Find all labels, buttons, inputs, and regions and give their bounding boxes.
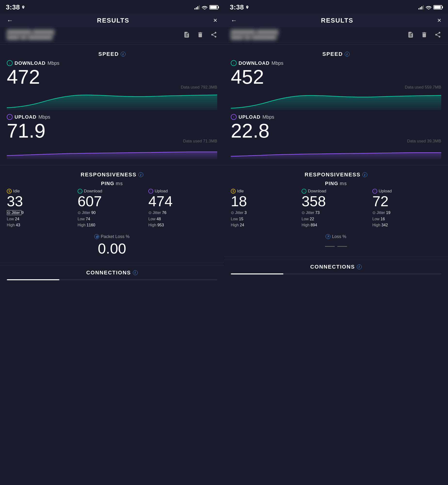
ul-ping-label-right: Upload <box>379 189 392 194</box>
back-button-left[interactable]: ← <box>7 17 13 24</box>
upload-chart-left <box>7 145 217 159</box>
loss-section-right: ? Loss % — — <box>224 232 448 255</box>
dl-ping-label-right: Download <box>308 189 326 194</box>
toolbar-left: ████████ ███████ ████ ██ ████████ <box>0 27 224 42</box>
connections-info-icon-right[interactable]: i <box>357 264 362 269</box>
toolbar-meta-left: ████████ ███████ ████ ██ ████████ <box>7 30 176 40</box>
packet-info-icon-left[interactable]: ⊙ <box>94 234 99 239</box>
upload-label-row-left: ↑ UPLOAD Mbps <box>7 114 217 120</box>
status-time-left: 3:38 <box>6 3 20 11</box>
ping-download-left: ↓ Download 607 ⊙ Jitter 90 Low 74 High 1… <box>78 189 146 228</box>
idle-label-right: Idle <box>237 189 244 194</box>
speed-section-left: SPEED i <box>0 47 224 60</box>
meta-line1-left: ████████ ███████ <box>7 30 176 35</box>
header-left: ← RESULTS × <box>0 14 224 27</box>
progress-fill-left <box>7 279 59 280</box>
ping-label-right: PING ms <box>231 181 441 186</box>
notes-icon-left[interactable] <box>183 31 190 38</box>
signal-icon-left <box>194 5 200 9</box>
notes-icon-right[interactable] <box>407 31 414 38</box>
signal-bar-r1 <box>418 8 419 9</box>
back-button-right[interactable]: ← <box>231 17 237 24</box>
wifi-icon-left <box>202 5 208 9</box>
ul-ping-icon-right: ↑ <box>372 189 377 194</box>
connections-info-icon-left[interactable]: i <box>133 270 138 275</box>
dl-ping-icon-left: ↓ <box>78 189 82 194</box>
ping-upload-right: ↑ Upload 72 ⊙ Jitter 19 Low 16 High 342 <box>372 189 441 228</box>
download-block-right: ↓ DOWNLOAD Mbps 452 Data used 559.7MB <box>224 60 448 113</box>
speed-title-right: SPEED i <box>231 51 441 57</box>
delete-icon-left[interactable] <box>197 31 204 38</box>
speed-info-icon-right[interactable]: i <box>345 52 350 57</box>
signal-bar-3 <box>197 6 198 9</box>
header-title-left: RESULTS <box>97 17 129 24</box>
loss-info-icon-right[interactable]: ? <box>326 234 330 239</box>
divider-speed-resp-right <box>224 165 448 165</box>
dl-ping-value-left: 607 <box>78 194 146 209</box>
resp-section-right: RESPONSIVENESS i <box>224 167 448 181</box>
packet-loss-label-left: ⊙ Packet Loss % <box>7 234 217 239</box>
share-icon-right[interactable] <box>434 31 441 38</box>
divider-connections-right <box>224 256 448 257</box>
right-panel: 3:38 ← RESULTS × ██████ <box>224 0 448 485</box>
divider-connections-left <box>0 262 224 263</box>
dl-ping-value-right: 358 <box>302 194 370 209</box>
upload-value-right: 22.8 <box>231 121 441 141</box>
idle-label-left: Idle <box>13 189 20 194</box>
close-button-right[interactable]: × <box>437 16 441 24</box>
divider-after-toolbar-right <box>224 44 448 45</box>
ping-label-left: PING ms <box>7 181 217 186</box>
dl-ping-sub-left: ⊙ Jitter 90 Low 74 High 1160 <box>78 210 146 228</box>
download-label-left: DOWNLOAD <box>15 60 46 66</box>
close-button-left[interactable]: × <box>213 16 217 24</box>
upload-label-left: UPLOAD <box>15 114 36 120</box>
ul-ping-sub-left: ⊙ Jitter 76 Low 48 High 953 <box>148 210 217 228</box>
resp-info-icon-right[interactable]: i <box>362 172 367 177</box>
idle-ping-icon-right: $ <box>231 189 236 194</box>
resp-info-icon-left[interactable]: i <box>138 172 143 177</box>
dl-ping-icon-right: ↓ <box>302 189 306 194</box>
ul-ping-value-left: 474 <box>148 194 217 209</box>
battery-fill-right <box>434 6 441 9</box>
packet-loss-value-left: 0.00 <box>7 240 217 257</box>
ul-ping-value-right: 72 <box>372 194 441 209</box>
upload-chart-svg-right <box>231 145 441 159</box>
connections-title-right: CONNECTIONS i <box>231 264 441 270</box>
ping-idle-left: $ Idle 33 ⊙ Jitter 9 Low 24 High 43 <box>7 189 76 228</box>
download-value-left: 472 <box>7 67 217 87</box>
battery-icon-left <box>209 5 218 9</box>
upload-type-icon-right: ↑ <box>231 114 237 120</box>
download-type-icon-left: ↓ <box>7 60 13 66</box>
divider-speed-resp-left <box>0 165 224 165</box>
loss-label-right: ? Loss % <box>231 234 441 239</box>
resp-title-right: RESPONSIVENESS i <box>231 172 441 178</box>
download-chart-left <box>7 91 217 110</box>
share-icon-left[interactable] <box>210 31 217 38</box>
speed-info-icon-left[interactable]: i <box>121 52 126 57</box>
signal-bar-r2 <box>420 7 421 9</box>
download-label-row-left: ↓ DOWNLOAD Mbps <box>7 60 217 66</box>
left-panel: 3:38 ← RESULTS × ██████ <box>0 0 224 485</box>
upload-block-left: ↑ UPLOAD Mbps 71.9 Data used 71.3MB <box>0 114 224 162</box>
upload-chart-svg-left <box>7 145 217 159</box>
speed-title-left: SPEED i <box>7 51 217 57</box>
signal-bar-4 <box>199 5 200 9</box>
wifi-icon-right <box>426 5 432 9</box>
dl-ping-label-left: Download <box>84 189 102 194</box>
ping-grid-left: $ Idle 33 ⊙ Jitter 9 Low 24 High 43 ↓ Do… <box>7 189 217 228</box>
idle-sub-right: ⊙ Jitter 3 Low 15 High 24 <box>231 210 300 228</box>
upload-chart-right <box>231 145 441 159</box>
progress-bar-container-left <box>0 279 224 284</box>
progress-fill-right <box>231 273 283 274</box>
header-right: ← RESULTS × <box>224 14 448 27</box>
ul-ping-icon-left: ↑ <box>148 189 153 194</box>
upload-unit-left: Mbps <box>38 114 50 120</box>
status-icons-left <box>194 5 218 9</box>
download-unit-right: Mbps <box>272 60 283 66</box>
download-chart-svg-left <box>7 91 217 110</box>
speed-section-right: SPEED i <box>224 47 448 60</box>
signal-bar-r4 <box>423 5 424 9</box>
meta-line2-left: ████ ██ ████████ <box>7 35 176 40</box>
location-icon-right <box>245 5 249 9</box>
delete-icon-right[interactable] <box>421 31 428 38</box>
